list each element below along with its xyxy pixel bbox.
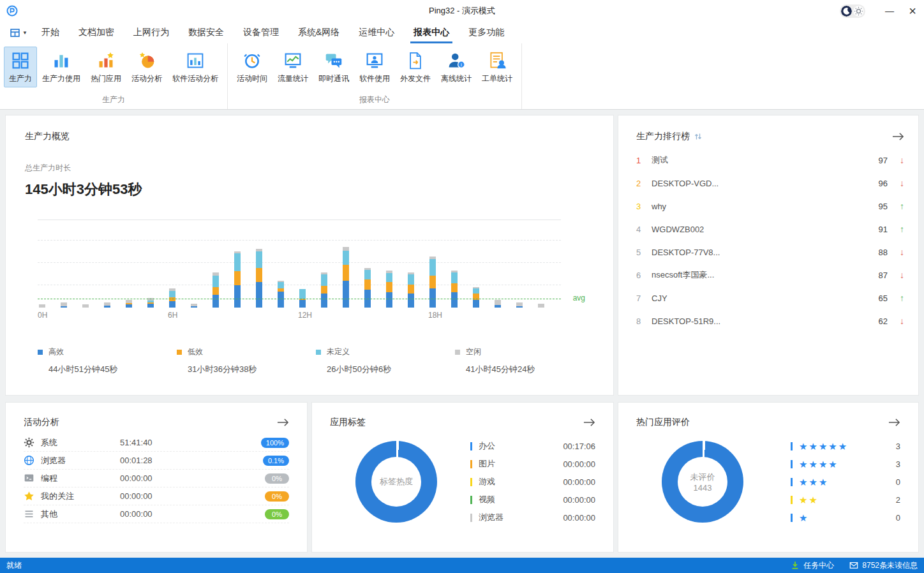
ribbon-tab[interactable]: 更多功能 — [459, 22, 514, 43]
ribbon-tab-label: 设备管理 — [243, 27, 279, 38]
chart-bar — [126, 300, 132, 308]
tag-color-marker — [470, 460, 472, 468]
tag-label: 图片 — [479, 458, 495, 470]
ribbon-button[interactable]: 软件使用 — [354, 47, 395, 87]
tag-time: 00:00:00 — [563, 495, 595, 505]
ribbon-button[interactable]: 即时通讯 — [313, 47, 354, 87]
arrow-right-icon[interactable] — [892, 132, 904, 141]
activity-row[interactable]: 其他 00:00:00 0% — [24, 505, 289, 523]
gear-icon — [24, 437, 34, 448]
ranking-row[interactable]: 2 DESKTOP-VGD... 96 ↓ — [636, 172, 904, 195]
arrow-right-icon[interactable] — [277, 418, 289, 427]
sun-icon[interactable] — [853, 6, 864, 17]
usage-icon — [52, 52, 70, 70]
chart-legend: 高效 44小时51分钟45秒 低效 31小时36分钟38秒 未定义 — [38, 346, 594, 375]
ribbon-group-label: 报表中心 — [228, 93, 521, 109]
ribbon-tab[interactable]: 数据安全 — [179, 22, 234, 43]
activity-row[interactable]: 系统 51:41:40 100% — [24, 434, 289, 452]
ribbon-button[interactable]: 活动分析 — [126, 47, 167, 87]
chart-bar — [147, 298, 154, 308]
ribbon-tab[interactable]: 报表中心 — [404, 22, 459, 43]
activity-label: 浏览器 — [41, 455, 120, 466]
ranking-row[interactable]: 1 测试 97 ↓ — [636, 149, 904, 172]
activity-row[interactable]: 编程 00:00:00 0% — [24, 470, 289, 487]
ribbon-button[interactable]: 生产力使用 — [37, 47, 86, 87]
panel-title: 活动分析 — [24, 417, 59, 428]
ranking-row[interactable]: 3 why 95 ↑ — [636, 195, 904, 218]
activity-row[interactable]: 浏览器 00:01:28 0.1% — [24, 452, 289, 470]
ribbon-button[interactable]: 软件活动分析 — [167, 47, 223, 87]
app-logo-icon — [6, 5, 18, 17]
ribbon-button[interactable]: 活动时间 — [232, 47, 272, 87]
x-axis: 0H6H12H18H — [38, 311, 561, 321]
arrow-right-icon[interactable] — [583, 418, 595, 427]
rating-row[interactable]: ★★ 2 — [791, 491, 900, 509]
panel-title: 应用标签 — [330, 417, 366, 428]
app-menu-button[interactable]: ▼ — [5, 22, 32, 43]
ribbon-button[interactable]: 外发文件 — [395, 47, 436, 87]
ribbon-tab[interactable]: 上网行为 — [124, 22, 179, 43]
ribbon-button-label: 工单统计 — [482, 73, 512, 84]
rating-row[interactable]: ★★★ 0 — [791, 473, 900, 491]
ribbon-button-label: 软件活动分析 — [172, 73, 218, 84]
ribbon-tab[interactable]: 设备管理 — [234, 22, 288, 43]
ranking-row[interactable]: 5 DESKTOP-77V8... 88 ↓ — [636, 241, 904, 264]
tag-row[interactable]: 视频 00:00:00 — [470, 491, 595, 509]
ranking-row[interactable]: 7 CJY 65 ↑ — [636, 286, 904, 309]
star-icons: ★★★ — [799, 477, 828, 487]
titlebar: Ping32 - 演示模式 — × — [0, 0, 924, 22]
legend-swatch — [316, 350, 321, 355]
rating-row[interactable]: ★★★★★ 3 — [791, 437, 900, 455]
ribbon-button[interactable]: 热门应用 — [86, 47, 126, 87]
ranking-row[interactable]: 6 nsecsoft李国豪... 87 ↓ — [636, 264, 904, 286]
tag-color-marker — [470, 514, 472, 522]
ribbon-tab[interactable]: 文档加密 — [69, 22, 124, 43]
ribbon-tab[interactable]: 运维中心 — [349, 22, 404, 43]
arrow-right-icon[interactable] — [888, 418, 900, 427]
tag-row[interactable]: 办公 00:17:06 — [470, 437, 595, 455]
tag-row[interactable]: 图片 00:00:00 — [470, 455, 595, 473]
rating-count: 0 — [896, 477, 900, 487]
ranking-row[interactable]: 4 WGDWZB002 91 ↑ — [636, 218, 904, 241]
ribbon-button[interactable]: 生产力 — [4, 47, 37, 87]
tag-time: 00:00:00 — [563, 477, 595, 487]
moon-icon[interactable] — [841, 6, 852, 17]
task-center-button[interactable]: 任务中心 — [791, 560, 834, 571]
rating-row[interactable]: ★ 0 — [791, 509, 900, 526]
chart-bar — [278, 281, 284, 308]
ribbon-button[interactable]: i 离线统计 — [436, 47, 477, 87]
ribbon-button[interactable]: 流量统计 — [272, 47, 313, 87]
ribbon-tab-label: 开始 — [41, 27, 59, 38]
traffic-icon — [284, 52, 302, 70]
activity-row[interactable]: 我的关注 00:00:00 0% — [24, 487, 289, 505]
unread-messages-button[interactable]: 8752条未读信息 — [849, 560, 918, 571]
theme-toggle[interactable] — [840, 4, 865, 18]
tag-color-marker — [470, 478, 472, 486]
tag-row[interactable]: 浏览器 00:00:00 — [470, 509, 595, 526]
rank-name: DESKTOP-VGD... — [652, 179, 865, 188]
rating-row[interactable]: ★★★★ 3 — [791, 455, 900, 473]
tag-row[interactable]: 游戏 00:00:00 — [470, 473, 595, 491]
trend-arrow-icon: ↑ — [888, 293, 904, 303]
close-button[interactable]: × — [901, 0, 924, 22]
star-icons: ★★★★★ — [799, 442, 848, 451]
legend-duration: 31小时36分钟38秒 — [188, 364, 316, 375]
rank-number: 2 — [636, 179, 652, 188]
rating-list: ★★★★★ 3 ★★★★ 3 ★★★ 0 ★★ — [791, 437, 900, 526]
rating-count: 3 — [896, 442, 900, 451]
tag-time: 00:00:00 — [563, 459, 595, 469]
ribbon-tab-label: 数据安全 — [188, 27, 224, 38]
chart-bar — [191, 304, 197, 308]
sort-icon[interactable] — [694, 133, 702, 140]
ribbon-button-label: 活动时间 — [237, 73, 267, 84]
ribbon-tab[interactable]: 开始 — [32, 22, 69, 43]
ribbon-button[interactable]: 工单统计 — [477, 47, 518, 87]
ticket-stats-icon — [488, 52, 506, 70]
ribbon-tab[interactable]: 系统&网络 — [288, 22, 349, 43]
rank-number: 4 — [636, 225, 652, 234]
ranking-row[interactable]: 8 DESKTOP-51R9... 62 ↓ — [636, 309, 904, 332]
chart-bar — [104, 302, 110, 308]
minimize-button[interactable]: — — [878, 0, 901, 22]
ribbon-group-productivity: 生产力 生产力使用 热门应用 活动分析 软件活动分析 生产力 — [0, 43, 228, 109]
rank-number: 1 — [636, 156, 652, 165]
